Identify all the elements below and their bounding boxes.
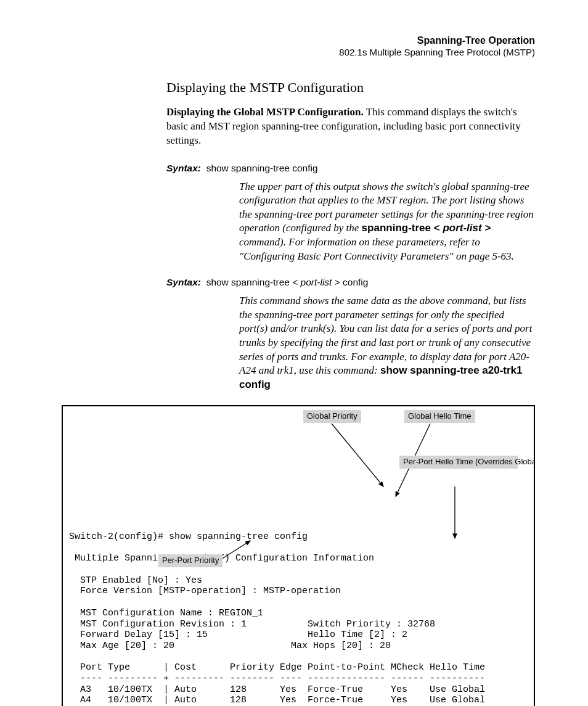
- syntax-command-arg: port-list: [301, 277, 332, 287]
- table-row: A4 10/100TX | Auto 128 Yes Force-True Ye…: [69, 695, 485, 705]
- syntax-label: Syntax:: [166, 163, 201, 173]
- arrow-overlay: [63, 406, 531, 641]
- term-line: ---- --------- + --------- -------- ----…: [69, 673, 485, 684]
- term-line: Max Age [20] : 20: [69, 641, 174, 651]
- inline-cmd: spanning-tree <: [362, 222, 443, 234]
- syntax-2: Syntax: show spanning-tree < port-list >…: [166, 277, 535, 288]
- svg-line-0: [332, 424, 383, 486]
- term-line: Hello Time [2] : 2: [308, 630, 407, 640]
- term-line: MST Configuration Revision : 1: [69, 619, 247, 630]
- figure-body: Global Priority Global Hello Time Per-Po…: [62, 405, 535, 706]
- explain-tail: command). For information on these param…: [239, 236, 514, 262]
- term-line: Switch-2(config)# show spanning-tree con…: [69, 532, 308, 542]
- term-line: Max Hops [20] : 20: [291, 641, 391, 651]
- term-line: MST Configuration Name : REGION_1: [69, 608, 263, 618]
- section-title: 802.1s Multiple Spanning Tree Protocol (…: [62, 47, 535, 59]
- term-line: STP Enabled [No] : Yes: [69, 575, 202, 586]
- syntax-command: show spanning-tree config: [206, 163, 318, 173]
- term-line: Port Type | Cost Priority Edge Point-to-…: [69, 662, 485, 673]
- term-line: Switch Priority : 32768: [308, 619, 435, 630]
- table-row: A3 10/100TX | Auto 128 Yes Force-True Ye…: [69, 684, 485, 695]
- running-header: Spanning-Tree Operation 802.1s Multiple …: [62, 35, 535, 59]
- lead-paragraph: Displaying the Global MSTP Configuration…: [166, 105, 535, 148]
- syntax-1-explain: The upper part of this output shows the …: [239, 180, 535, 264]
- chapter-title: Spanning-Tree Operation: [62, 35, 535, 47]
- callout-global-priority: Global Priority: [303, 410, 361, 423]
- callout-per-port-hello: Per-Port Hello Time (Overrides Global He…: [399, 456, 518, 469]
- term-line: Forward Delay [15] : 15: [69, 630, 208, 640]
- syntax-command-b: > config: [332, 277, 368, 287]
- inline-cmd-arg: port-list: [443, 222, 481, 234]
- syntax-command-a: show spanning-tree <: [206, 277, 301, 287]
- syntax-label: Syntax:: [166, 277, 201, 287]
- lead-bold: Displaying the Global MSTP Configuration…: [166, 106, 364, 118]
- inline-cmd-tail: >: [482, 222, 491, 234]
- syntax-2-explain: This command shows the same data as the …: [239, 294, 535, 392]
- callout-per-port-priority: Per-Port Priority: [158, 554, 223, 567]
- syntax-1: Syntax: show spanning-tree config: [166, 163, 535, 174]
- term-line: Force Version [MSTP-operation] : MSTP-op…: [69, 586, 341, 596]
- subsection-heading: Displaying the MSTP Configuration: [166, 80, 535, 96]
- callout-global-hello: Global Hello Time: [404, 410, 475, 423]
